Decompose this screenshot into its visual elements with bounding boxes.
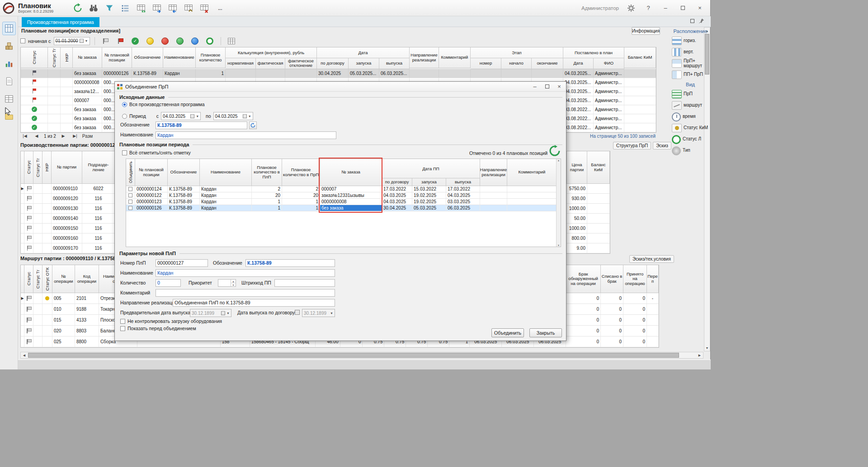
designation-refresh-button[interactable] (249, 121, 257, 129)
close-button[interactable]: × (695, 3, 705, 13)
designation-field[interactable]: К.13758-89 (156, 121, 247, 129)
col-header-calc-fact[interactable]: фактическая (256, 58, 285, 69)
location-option[interactable]: ПП+ ПрП (671, 69, 710, 80)
close-dialog-button[interactable]: Закрыть (529, 328, 562, 337)
col-header-qty-plp[interactable]: Плановое количество в ПлП (252, 159, 282, 186)
col-header-comment[interactable]: Комментарий (439, 47, 471, 68)
col-header-date-release[interactable]: выпуска (379, 58, 410, 69)
col-header-status[interactable]: Статус (21, 47, 48, 68)
tab-structure-prp[interactable]: Структура ПрП (613, 142, 651, 149)
barcode-field[interactable] (274, 279, 335, 287)
col-header-calc-norm[interactable]: нормативная (226, 58, 256, 69)
col-header-status-tg[interactable]: Статус Тг (33, 265, 42, 293)
no-load-control-checkbox[interactable] (120, 319, 125, 324)
scrollbar-thumb[interactable] (28, 353, 679, 358)
col-header-op-num[interactable]: № операции (52, 265, 75, 293)
sidebar-item-documents[interactable] (2, 75, 16, 88)
radio-all-program[interactable] (122, 102, 127, 107)
col-header-op-code[interactable]: Код операции (75, 265, 99, 293)
contract-date-input[interactable]: 30.12.1899 ▼ (302, 309, 335, 317)
refresh-positions-button[interactable] (549, 145, 561, 157)
tab-production-program[interactable]: Производственная программа (22, 17, 99, 27)
status-yellow-button[interactable] (144, 35, 156, 47)
params-name-field[interactable]: Кардан (156, 269, 335, 277)
info-button[interactable]: Информация (632, 27, 660, 35)
col-header-date-contract[interactable]: по договору (317, 58, 349, 69)
col-header-name[interactable]: Наименование (163, 47, 196, 68)
col-header-batch[interactable]: № партии (52, 151, 82, 184)
col-header-name[interactable]: Наименование (200, 159, 252, 186)
col-group-label[interactable]: Поставлено в план (563, 47, 624, 58)
horizontal-scrollbar[interactable]: ◀ ▶ (20, 352, 703, 359)
name-field[interactable]: Кардан (156, 131, 336, 139)
next-page-button[interactable]: ▶ (59, 132, 68, 140)
col-header-status-otk[interactable]: Статус ОТК (42, 265, 52, 293)
table-export-button[interactable] (182, 2, 194, 14)
status-blue-button[interactable] (189, 35, 201, 47)
dialog-maximize-button[interactable] (542, 82, 552, 92)
location-option[interactable]: гориз. (671, 35, 710, 47)
dialog-position-row[interactable]: 0000000122 К.13758-89 Кардан 20 20 заказ… (126, 192, 561, 199)
col-header-writeoff[interactable]: Списано в брак (601, 265, 623, 293)
view-option[interactable]: маршрут (671, 100, 710, 111)
refresh-button[interactable] (71, 2, 84, 14)
scroll-left-icon[interactable]: ◀ (21, 352, 28, 358)
sidebar-item-production[interactable] (2, 57, 16, 70)
col-header-comment[interactable]: Комментарий (507, 159, 557, 186)
sidebar-item-tables[interactable] (2, 92, 16, 106)
more-button[interactable]: ... (214, 2, 226, 14)
location-option[interactable]: верт. (671, 47, 710, 58)
col-header-dept[interactable]: Подразде- ление (82, 151, 115, 184)
col-header-stage-end[interactable]: окончание (532, 58, 563, 69)
view-option[interactable]: время (671, 111, 710, 122)
col-header-stage-num[interactable]: номер (471, 58, 501, 69)
merge-checkbox[interactable] (128, 193, 132, 197)
table-import-button[interactable] (166, 2, 179, 14)
view-option[interactable]: ПрП (671, 89, 710, 100)
table-transfer-button[interactable] (151, 2, 163, 14)
minimize-button[interactable]: – (660, 3, 670, 13)
view-option[interactable]: Статус Л (671, 134, 710, 145)
priority-stepper[interactable]: ▲ ▼ (218, 279, 236, 287)
col-group-label[interactable]: Калькуляция (внутренняя), рубль (226, 47, 317, 58)
tab-sketch-techconditions[interactable]: Эскиз/тех.условия (629, 255, 674, 263)
col-header-accepted[interactable]: Принято на операцию (623, 265, 647, 293)
stepper-down-icon[interactable]: ▼ (231, 283, 236, 286)
scroll-down-icon[interactable]: ▼ (704, 345, 710, 351)
scroll-up-icon[interactable]: ▲ (557, 159, 560, 162)
predate-input[interactable]: 30.12.1899 ▼ (190, 309, 231, 317)
pin-icon[interactable] (699, 18, 704, 23)
col-header-plan-fio[interactable]: ФИО (594, 58, 624, 69)
col-header-direction[interactable]: Направление реализации (410, 47, 439, 68)
col-header-defect[interactable]: Брак обнаруженный на операции (566, 265, 601, 293)
col-header-merge[interactable]: Объединить (126, 159, 135, 186)
comment-field[interactable] (156, 289, 335, 297)
planned-position-row[interactable]: без заказа 0000000126 К.13758-89 Кардан … (21, 69, 656, 78)
filter-button[interactable] (103, 2, 115, 14)
period-from-input[interactable]: 04.03.2025 ▼ (161, 112, 201, 120)
col-header-price[interactable]: Цена партии (567, 151, 587, 184)
col-header-designation[interactable]: Обозначение (132, 47, 163, 68)
tab-sketch[interactable]: Эскиз (653, 142, 671, 149)
table-delete-button[interactable] (198, 2, 210, 14)
view-option[interactable]: Статус КиМ (671, 122, 710, 134)
col-header-date-launch[interactable]: запуска (412, 178, 446, 186)
col-group-label[interactable]: Дата (317, 47, 410, 58)
status-ring-button[interactable] (204, 35, 216, 47)
first-page-button[interactable]: |◀ (20, 132, 29, 140)
prev-page-button[interactable]: ◀ (32, 132, 41, 140)
col-header-pos[interactable]: № плановой позиции (135, 159, 168, 186)
col-header-date-launch[interactable]: запуска (349, 58, 379, 69)
col-group-label[interactable]: Этап (471, 47, 563, 58)
direction-field[interactable]: Объединенная ПлП по К.13758-89 (173, 299, 335, 307)
col-header-plan-date[interactable]: Дата (563, 58, 594, 69)
scroll-right-icon[interactable]: ▶ (696, 352, 703, 358)
merge-checkbox[interactable] (128, 206, 132, 210)
col-header-status-tg[interactable]: Статус Тг (48, 47, 61, 68)
col-header-balance[interactable]: Баланс КиМ (624, 47, 656, 68)
col-header-designation[interactable]: Обозначение (168, 159, 200, 186)
col-header-status-tg[interactable]: Статус Тг (33, 151, 42, 184)
merge-button[interactable]: Объединить (491, 328, 524, 337)
dialog-title-bar[interactable]: Объединение ПрП – × (115, 82, 566, 92)
check-all-checkbox[interactable] (122, 150, 127, 155)
